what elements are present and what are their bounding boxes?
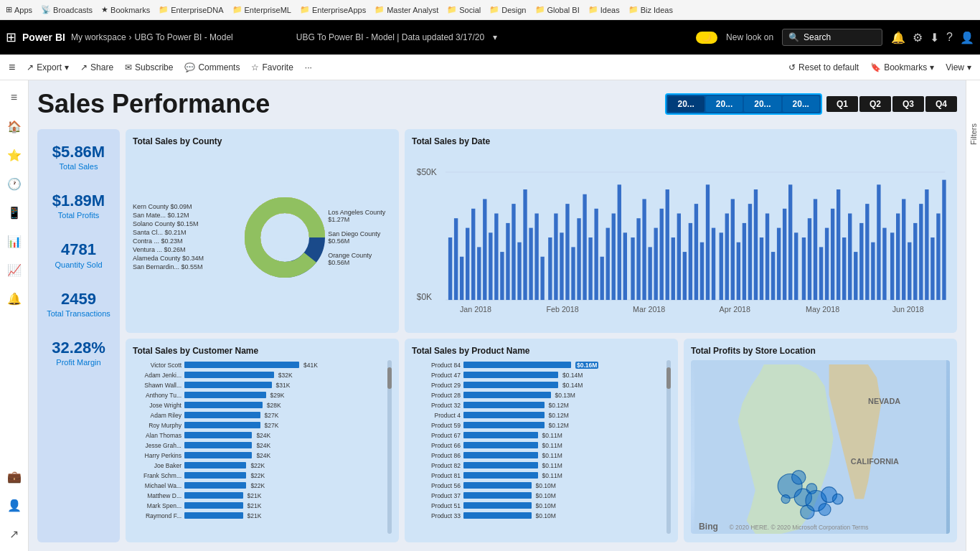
product-bar-fill bbox=[463, 472, 538, 479]
comments-button[interactable]: 💬 Comments bbox=[184, 62, 240, 72]
date-chart[interactable]: Total Sales by Date $50K $0K Jan 2018 Fe… bbox=[405, 129, 957, 333]
sidebar-expand-icon[interactable]: ↗ bbox=[3, 522, 26, 545]
svg-rect-97 bbox=[890, 232, 894, 300]
svg-rect-40 bbox=[554, 214, 557, 301]
year-filter-3[interactable]: 20... bbox=[744, 96, 781, 112]
customer-bar-fill bbox=[184, 432, 252, 438]
bookmark-bookmarks[interactable]: ★ Bookmarks bbox=[101, 5, 150, 14]
user-avatar[interactable]: 👤 bbox=[960, 31, 974, 44]
svg-rect-53 bbox=[631, 237, 634, 300]
scroll-thumb[interactable] bbox=[387, 367, 392, 389]
customer-bar-row: Alan Thomas $24K bbox=[133, 430, 392, 440]
sidebar-recent-icon[interactable]: 🕐 bbox=[3, 172, 26, 195]
bookmark-globalbi[interactable]: 📁 Global BI bbox=[535, 5, 580, 14]
svg-rect-33 bbox=[512, 204, 515, 300]
favorite-button[interactable]: ☆ Favorite bbox=[251, 62, 293, 72]
q3-button[interactable]: Q3 bbox=[892, 96, 924, 112]
bookmark-masteranalyst[interactable]: 📁 Master Analyst bbox=[374, 5, 438, 14]
svg-text:CALIFORNIA: CALIFORNIA bbox=[851, 457, 899, 466]
kpi-total-transactions-value: 2459 bbox=[44, 291, 113, 308]
sidebar-monitoring-icon[interactable]: 🔔 bbox=[3, 287, 26, 310]
bookmark-bizideas[interactable]: 📁 Biz Ideas bbox=[628, 5, 673, 14]
bookmark-social[interactable]: 📁 Social bbox=[447, 5, 481, 14]
notification-icon[interactable]: 🔔 bbox=[891, 31, 905, 44]
share-button[interactable]: ↗ Share bbox=[80, 62, 113, 72]
sidebar-home-icon[interactable]: 🏠 bbox=[3, 115, 26, 138]
svg-rect-94 bbox=[871, 242, 875, 300]
customer-bar-fill bbox=[184, 422, 260, 428]
svg-rect-100 bbox=[908, 242, 911, 300]
download-icon[interactable]: ⬇ bbox=[930, 31, 939, 44]
reset-button[interactable]: ↺ Reset to default bbox=[788, 62, 859, 72]
customer-bar-fill bbox=[184, 452, 252, 458]
year-filter-2[interactable]: 20... bbox=[706, 96, 743, 112]
dropdown-icon[interactable]: ▾ bbox=[493, 32, 497, 42]
svg-rect-46 bbox=[588, 237, 592, 300]
sidebar-apps-icon[interactable]: 📱 bbox=[3, 201, 26, 224]
year-filter-1[interactable]: 20... bbox=[668, 96, 705, 112]
customer-bar-fill bbox=[184, 362, 299, 368]
svg-text:Mar 2018: Mar 2018 bbox=[633, 305, 665, 314]
svg-rect-66 bbox=[706, 184, 710, 300]
new-look-toggle[interactable]: 🌙 bbox=[696, 32, 717, 44]
filter-label[interactable]: Filters bbox=[969, 123, 978, 145]
bookmarks-button[interactable]: 🔖 Bookmarks ▾ bbox=[870, 62, 934, 72]
quarter-filter-group: Q1 Q2 Q3 Q4 bbox=[826, 96, 957, 112]
bookmark-design[interactable]: 📁 Design bbox=[489, 5, 526, 14]
svg-rect-43 bbox=[571, 247, 575, 300]
product-scroll-indicator[interactable] bbox=[666, 360, 671, 534]
help-icon[interactable]: ? bbox=[946, 31, 953, 44]
q1-button[interactable]: Q1 bbox=[826, 96, 858, 112]
q2-button[interactable]: Q2 bbox=[859, 96, 891, 112]
header-left: ⊞ Power BI My workspace › UBG To Power B… bbox=[6, 29, 690, 45]
customer-bar-row: Adam Riley $27K bbox=[133, 410, 392, 420]
brand-name: Power BI bbox=[22, 32, 65, 43]
product-scroll-thumb[interactable] bbox=[666, 367, 671, 389]
product-bar-label: Product 59 bbox=[412, 422, 461, 429]
view-button[interactable]: View ▾ bbox=[946, 62, 971, 72]
settings-icon[interactable]: ⚙ bbox=[913, 31, 923, 44]
menu-icon[interactable]: ≡ bbox=[9, 61, 15, 74]
donut-legend-right: Los Angeles County $1.27M San Diego Coun… bbox=[328, 209, 392, 266]
svg-rect-82 bbox=[802, 237, 806, 300]
svg-rect-85 bbox=[819, 247, 823, 300]
sidebar-shared-icon[interactable]: 📊 bbox=[3, 230, 26, 253]
year-filter-4[interactable]: 20... bbox=[783, 96, 819, 112]
more-button[interactable]: ··· bbox=[305, 62, 312, 72]
bookmark-enterprisedna[interactable]: 📁 EnterpriseDNA bbox=[159, 5, 223, 14]
workspace-label[interactable]: My workspace bbox=[71, 32, 126, 42]
product-bar-label: Product 33 bbox=[412, 512, 461, 519]
svg-rect-84 bbox=[814, 199, 817, 300]
customer-bar-row: Raymond F... $21K bbox=[133, 511, 392, 520]
map-chart[interactable]: Total Profits by Store Location NEVADA C… bbox=[684, 339, 957, 542]
export-button[interactable]: ↗ Export ▾ bbox=[27, 62, 69, 72]
svg-text:May 2018: May 2018 bbox=[806, 305, 839, 314]
sidebar-workspaces-icon[interactable]: 💼 bbox=[3, 465, 26, 488]
svg-point-120 bbox=[781, 495, 790, 504]
svg-point-117 bbox=[801, 505, 814, 519]
subscribe-button[interactable]: ✉ Subscribe bbox=[125, 62, 173, 72]
product-bar-value: $0.14M bbox=[562, 382, 583, 389]
product-chart[interactable]: Total Sales by Product Name Product 84 $… bbox=[405, 339, 678, 542]
sidebar-metrics-icon[interactable]: 📈 bbox=[3, 258, 26, 281]
svg-rect-81 bbox=[794, 232, 798, 300]
sidebar-menu-icon[interactable]: ≡ bbox=[3, 86, 26, 109]
bookmark-broadcasts[interactable]: 📡 Broadcasts bbox=[41, 5, 93, 14]
customer-bar-fill bbox=[184, 382, 272, 388]
bookmark-enterpriseapps[interactable]: 📁 EnterpriseApps bbox=[300, 5, 366, 14]
product-bar-row: Product 4 $0.12M bbox=[412, 410, 671, 420]
bookmark-ideas[interactable]: 📁 Ideas bbox=[588, 5, 620, 14]
sidebar-user-icon[interactable]: 👤 bbox=[3, 494, 26, 517]
grid-icon[interactable]: ⊞ bbox=[6, 29, 17, 45]
scroll-indicator[interactable] bbox=[387, 360, 392, 534]
q4-button[interactable]: Q4 bbox=[925, 96, 957, 112]
legend-item-5: Ventura ... $0.26M bbox=[133, 246, 239, 253]
bookmark-apps[interactable]: ⊞ Apps bbox=[6, 5, 32, 14]
bookmark-enterpriseml[interactable]: 📁 EnterpriseML bbox=[232, 5, 291, 14]
svg-rect-74 bbox=[754, 189, 758, 300]
customer-chart[interactable]: Total Sales by Customer Name Victor Scot… bbox=[126, 339, 399, 542]
search-box[interactable]: 🔍 Search bbox=[782, 29, 882, 46]
county-donut-chart[interactable]: Total Sales by County Kern County $0.09M… bbox=[126, 129, 399, 333]
customer-bar-value: $21K bbox=[248, 492, 262, 499]
sidebar-favorites-icon[interactable]: ⭐ bbox=[3, 143, 26, 166]
